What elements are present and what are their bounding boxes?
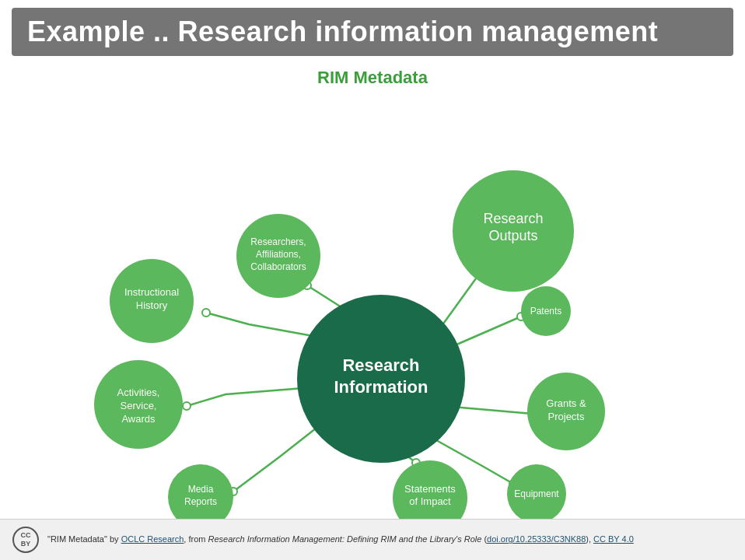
svg-text:Patents: Patents <box>530 306 562 317</box>
page-title: Example .. Research information manageme… <box>27 16 718 48</box>
svg-point-40 <box>168 464 233 527</box>
svg-text:Statements: Statements <box>404 483 456 495</box>
svg-text:Researchers,: Researchers, <box>250 236 306 247</box>
svg-text:Awards: Awards <box>121 413 156 425</box>
footer-oclc-link[interactable]: OCLC Research <box>121 534 184 544</box>
svg-text:CC: CC <box>21 531 31 539</box>
cc-icon: CC BY <box>12 526 40 554</box>
svg-text:History: History <box>136 299 168 311</box>
svg-line-4 <box>449 317 521 348</box>
svg-text:Grants &: Grants & <box>546 397 586 409</box>
svg-text:Research: Research <box>342 355 419 375</box>
svg-text:Instructional: Instructional <box>124 286 179 298</box>
svg-text:Affiliations,: Affiliations, <box>256 249 301 260</box>
diagram-area: RIM Metadata <box>0 60 745 527</box>
svg-text:of Impact: of Impact <box>409 495 451 507</box>
svg-text:Activities,: Activities, <box>117 387 160 398</box>
svg-text:Media: Media <box>188 484 214 495</box>
svg-text:Service,: Service, <box>121 400 157 411</box>
svg-text:Equipment: Equipment <box>514 488 559 499</box>
svg-point-17 <box>183 402 191 410</box>
svg-text:Projects: Projects <box>548 411 585 422</box>
footer-text-middle: , from Research Information Management: … <box>184 534 487 544</box>
svg-text:Collaborators: Collaborators <box>250 261 306 272</box>
footer-text-close-paren: ), <box>586 534 593 544</box>
diagram-svg: Research Information Research Outputs Re… <box>0 60 745 527</box>
footer-cc-link[interactable]: CC BY 4.0 <box>593 534 634 544</box>
svg-text:Outputs: Outputs <box>488 228 537 243</box>
footer: CC BY "RIM Metadata" by OCLC Research, f… <box>0 519 745 560</box>
page-header: Example .. Research information manageme… <box>12 8 733 56</box>
footer-doi-link[interactable]: doi.org/10.25333/C3NK88 <box>487 534 586 544</box>
cc-license-icon: CC BY <box>12 526 40 554</box>
svg-text:BY: BY <box>21 540 31 548</box>
footer-text-before-link1: "RIM Metadata" by <box>47 534 121 544</box>
svg-text:Information: Information <box>334 377 428 397</box>
footer-text: "RIM Metadata" by OCLC Research, from Re… <box>47 534 634 545</box>
svg-text:Research: Research <box>483 211 543 226</box>
svg-text:Reports: Reports <box>184 496 217 507</box>
svg-point-16 <box>202 309 210 317</box>
